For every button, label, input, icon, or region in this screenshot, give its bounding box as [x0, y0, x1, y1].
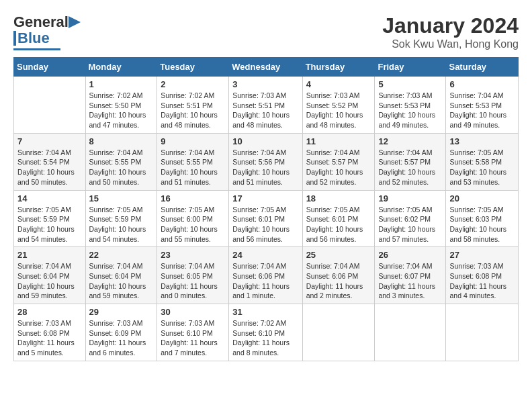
day-info: Sunrise: 7:05 AM Sunset: 6:00 PM Dayligh… — [161, 205, 225, 244]
column-header-tuesday: Tuesday — [157, 58, 229, 77]
day-info: Sunrise: 7:05 AM Sunset: 5:59 PM Dayligh… — [89, 205, 154, 244]
calendar-cell: 14Sunrise: 7:05 AM Sunset: 5:59 PM Dayli… — [14, 190, 86, 247]
calendar-cell: 1Sunrise: 7:02 AM Sunset: 5:50 PM Daylig… — [85, 77, 157, 134]
calendar-cell: 28Sunrise: 7:03 AM Sunset: 6:08 PM Dayli… — [14, 304, 86, 361]
calendar-cell: 19Sunrise: 7:05 AM Sunset: 6:02 PM Dayli… — [375, 190, 446, 247]
day-info: Sunrise: 7:03 AM Sunset: 6:08 PM Dayligh… — [449, 261, 515, 301]
logo-underline — [13, 48, 60, 50]
calendar-cell: 18Sunrise: 7:05 AM Sunset: 6:01 PM Dayli… — [302, 190, 375, 247]
calendar-week-1: 1Sunrise: 7:02 AM Sunset: 5:50 PM Daylig… — [14, 77, 519, 134]
day-info: Sunrise: 7:04 AM Sunset: 5:56 PM Dayligh… — [232, 148, 298, 187]
calendar-cell: 8Sunrise: 7:04 AM Sunset: 5:55 PM Daylig… — [85, 133, 157, 190]
day-number: 31 — [232, 307, 298, 317]
day-number: 16 — [161, 193, 225, 203]
day-info: Sunrise: 7:04 AM Sunset: 5:53 PM Dayligh… — [449, 91, 515, 130]
column-header-wednesday: Wednesday — [229, 58, 302, 77]
calendar-cell: 2Sunrise: 7:02 AM Sunset: 5:51 PM Daylig… — [157, 77, 229, 134]
day-number: 10 — [232, 136, 298, 146]
calendar-cell — [446, 304, 519, 361]
calendar-week-2: 7Sunrise: 7:04 AM Sunset: 5:54 PM Daylig… — [14, 133, 519, 190]
day-number: 19 — [378, 193, 442, 203]
calendar-cell: 23Sunrise: 7:04 AM Sunset: 6:05 PM Dayli… — [157, 247, 229, 304]
day-info: Sunrise: 7:04 AM Sunset: 6:04 PM Dayligh… — [17, 261, 82, 301]
day-info: Sunrise: 7:03 AM Sunset: 5:52 PM Dayligh… — [306, 91, 371, 130]
day-info: Sunrise: 7:05 AM Sunset: 5:58 PM Dayligh… — [449, 148, 515, 187]
calendar-body: 1Sunrise: 7:02 AM Sunset: 5:50 PM Daylig… — [14, 77, 519, 361]
day-info: Sunrise: 7:05 AM Sunset: 6:01 PM Dayligh… — [306, 205, 371, 244]
calendar-cell: 22Sunrise: 7:04 AM Sunset: 6:04 PM Dayli… — [85, 247, 157, 304]
day-info: Sunrise: 7:03 AM Sunset: 6:09 PM Dayligh… — [89, 318, 154, 358]
day-number: 30 — [161, 307, 225, 317]
day-number: 7 — [17, 136, 82, 146]
day-number: 26 — [378, 250, 442, 260]
calendar-cell — [14, 77, 86, 134]
calendar-table: SundayMondayTuesdayWednesdayThursdayFrid… — [13, 57, 519, 361]
calendar-cell: 10Sunrise: 7:04 AM Sunset: 5:56 PM Dayli… — [229, 133, 302, 190]
day-info: Sunrise: 7:04 AM Sunset: 5:57 PM Dayligh… — [306, 148, 371, 187]
logo: General Blue — [13, 13, 83, 50]
calendar-cell: 16Sunrise: 7:05 AM Sunset: 6:00 PM Dayli… — [157, 190, 229, 247]
calendar-cell: 15Sunrise: 7:05 AM Sunset: 5:59 PM Dayli… — [85, 190, 157, 247]
day-number: 21 — [17, 250, 82, 260]
day-info: Sunrise: 7:04 AM Sunset: 6:06 PM Dayligh… — [306, 261, 371, 301]
day-info: Sunrise: 7:05 AM Sunset: 5:59 PM Dayligh… — [17, 205, 82, 244]
calendar-cell: 4Sunrise: 7:03 AM Sunset: 5:52 PM Daylig… — [302, 77, 375, 134]
day-number: 11 — [306, 136, 371, 146]
day-number: 6 — [449, 79, 515, 89]
column-header-friday: Friday — [375, 58, 446, 77]
day-info: Sunrise: 7:02 AM Sunset: 6:10 PM Dayligh… — [232, 318, 298, 358]
day-info: Sunrise: 7:04 AM Sunset: 6:05 PM Dayligh… — [161, 261, 225, 301]
column-header-thursday: Thursday — [302, 58, 375, 77]
day-number: 24 — [232, 250, 298, 260]
calendar-cell: 31Sunrise: 7:02 AM Sunset: 6:10 PM Dayli… — [229, 304, 302, 361]
day-info: Sunrise: 7:04 AM Sunset: 5:55 PM Dayligh… — [89, 148, 154, 187]
day-info: Sunrise: 7:03 AM Sunset: 6:10 PM Dayligh… — [161, 318, 225, 358]
logo-general: General — [13, 13, 69, 31]
calendar-week-4: 21Sunrise: 7:04 AM Sunset: 6:04 PM Dayli… — [14, 247, 519, 304]
day-info: Sunrise: 7:04 AM Sunset: 5:55 PM Dayligh… — [161, 148, 225, 187]
calendar-cell: 24Sunrise: 7:04 AM Sunset: 6:06 PM Dayli… — [229, 247, 302, 304]
day-number: 8 — [89, 136, 154, 146]
day-info: Sunrise: 7:03 AM Sunset: 6:08 PM Dayligh… — [17, 318, 82, 358]
logo-blue: Blue — [17, 30, 50, 47]
calendar-cell: 3Sunrise: 7:03 AM Sunset: 5:51 PM Daylig… — [229, 77, 302, 134]
calendar-cell: 26Sunrise: 7:04 AM Sunset: 6:07 PM Dayli… — [375, 247, 446, 304]
calendar-header-row: SundayMondayTuesdayWednesdayThursdayFrid… — [14, 58, 519, 77]
day-info: Sunrise: 7:03 AM Sunset: 5:51 PM Dayligh… — [232, 91, 298, 130]
day-info: Sunrise: 7:05 AM Sunset: 6:02 PM Dayligh… — [378, 205, 442, 244]
page-title: January 2024 — [382, 13, 519, 38]
day-info: Sunrise: 7:04 AM Sunset: 5:57 PM Dayligh… — [378, 148, 442, 187]
calendar-cell: 12Sunrise: 7:04 AM Sunset: 5:57 PM Dayli… — [375, 133, 446, 190]
calendar-cell: 9Sunrise: 7:04 AM Sunset: 5:55 PM Daylig… — [157, 133, 229, 190]
calendar-week-3: 14Sunrise: 7:05 AM Sunset: 5:59 PM Dayli… — [14, 190, 519, 247]
day-number: 5 — [378, 79, 442, 89]
day-info: Sunrise: 7:03 AM Sunset: 5:53 PM Dayligh… — [378, 91, 442, 130]
calendar-cell: 20Sunrise: 7:05 AM Sunset: 6:03 PM Dayli… — [446, 190, 519, 247]
day-number: 9 — [161, 136, 225, 146]
column-header-saturday: Saturday — [446, 58, 519, 77]
calendar-cell: 13Sunrise: 7:05 AM Sunset: 5:58 PM Dayli… — [446, 133, 519, 190]
day-info: Sunrise: 7:02 AM Sunset: 5:51 PM Dayligh… — [161, 91, 225, 130]
calendar-cell: 17Sunrise: 7:05 AM Sunset: 6:01 PM Dayli… — [229, 190, 302, 247]
column-header-sunday: Sunday — [14, 58, 86, 77]
column-header-monday: Monday — [85, 58, 157, 77]
day-info: Sunrise: 7:04 AM Sunset: 5:54 PM Dayligh… — [17, 148, 82, 187]
day-info: Sunrise: 7:05 AM Sunset: 6:01 PM Dayligh… — [232, 205, 298, 244]
day-number: 17 — [232, 193, 298, 203]
calendar-cell: 25Sunrise: 7:04 AM Sunset: 6:06 PM Dayli… — [302, 247, 375, 304]
calendar-cell: 5Sunrise: 7:03 AM Sunset: 5:53 PM Daylig… — [375, 77, 446, 134]
day-number: 27 — [449, 250, 515, 260]
calendar-week-5: 28Sunrise: 7:03 AM Sunset: 6:08 PM Dayli… — [14, 304, 519, 361]
calendar-cell: 7Sunrise: 7:04 AM Sunset: 5:54 PM Daylig… — [14, 133, 86, 190]
calendar-cell: 29Sunrise: 7:03 AM Sunset: 6:09 PM Dayli… — [85, 304, 157, 361]
day-number: 28 — [17, 307, 82, 317]
calendar-cell: 27Sunrise: 7:03 AM Sunset: 6:08 PM Dayli… — [446, 247, 519, 304]
calendar-cell: 30Sunrise: 7:03 AM Sunset: 6:10 PM Dayli… — [157, 304, 229, 361]
day-number: 1 — [89, 79, 154, 89]
calendar-cell — [302, 304, 375, 361]
calendar-cell: 6Sunrise: 7:04 AM Sunset: 5:53 PM Daylig… — [446, 77, 519, 134]
day-number: 2 — [161, 79, 225, 89]
day-number: 12 — [378, 136, 442, 146]
day-number: 29 — [89, 307, 154, 317]
day-number: 18 — [306, 193, 371, 203]
